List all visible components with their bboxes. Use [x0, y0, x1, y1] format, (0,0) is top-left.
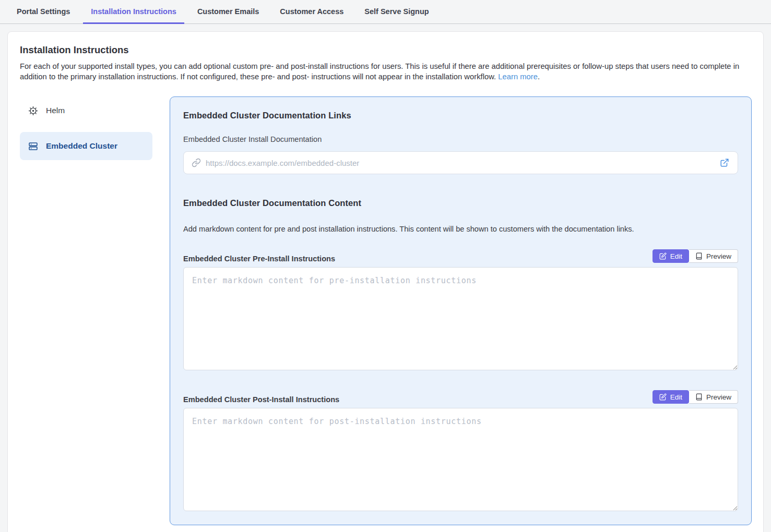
content-row: Helm Embedded Cluster Embedded Cluster D…: [20, 96, 752, 525]
pre-install-label-row: Embedded Cluster Pre-Install Instruction…: [183, 249, 738, 263]
edit-pencil-icon: [659, 252, 667, 260]
learn-more-period: .: [538, 72, 540, 81]
doc-content-heading: Embedded Cluster Documentation Content: [183, 198, 738, 208]
post-install-edit-button[interactable]: Edit: [653, 390, 689, 404]
page-title: Installation Instructions: [20, 44, 752, 56]
helm-icon: [27, 105, 39, 116]
post-install-preview-button[interactable]: Preview: [689, 390, 738, 404]
post-install-markdown-textarea[interactable]: [183, 408, 738, 511]
sidebar-item-label: Helm: [46, 106, 65, 115]
doc-links-heading: Embedded Cluster Documentation Links: [183, 111, 738, 120]
preview-button-label: Preview: [706, 252, 731, 260]
edit-button-label: Edit: [670, 393, 682, 401]
edit-pencil-icon: [659, 393, 667, 401]
tab-customer-emails[interactable]: Customer Emails: [189, 0, 267, 24]
post-install-label: Embedded Cluster Post-Install Instructio…: [183, 395, 339, 404]
install-doc-url-input[interactable]: [206, 159, 719, 167]
tab-installation-instructions[interactable]: Installation Instructions: [83, 0, 184, 24]
install-doc-input-wrap: [183, 151, 738, 174]
tab-portal-settings[interactable]: Portal Settings: [9, 0, 78, 24]
install-type-nav: Helm Embedded Cluster: [20, 96, 152, 525]
server-stack-icon: [27, 140, 39, 152]
learn-more-link[interactable]: Learn more: [498, 72, 538, 81]
page-description: For each of your supported install types…: [20, 61, 752, 82]
edit-button-label: Edit: [670, 252, 682, 260]
tab-customer-access[interactable]: Customer Access: [272, 0, 351, 24]
link-icon: [192, 158, 201, 167]
sidebar-item-embedded-cluster[interactable]: Embedded Cluster: [20, 132, 152, 160]
sidebar-item-label: Embedded Cluster: [46, 141, 117, 151]
book-icon: [695, 252, 703, 260]
pre-install-label: Embedded Cluster Pre-Install Instruction…: [183, 255, 335, 263]
doc-content-description: Add markdown content for pre and post in…: [183, 225, 738, 233]
tab-self-serve-signup[interactable]: Self Serve Signup: [357, 0, 436, 24]
page-description-text: For each of your supported install types…: [20, 62, 739, 81]
top-tab-bar: Portal Settings Installation Instruction…: [0, 0, 771, 24]
pre-install-markdown-textarea[interactable]: [183, 267, 738, 370]
book-icon: [695, 393, 703, 401]
preview-button-label: Preview: [706, 393, 731, 401]
sidebar-item-helm[interactable]: Helm: [20, 96, 152, 125]
pre-install-mode-toggle: Edit Preview: [653, 249, 738, 263]
installation-instructions-card: Installation Instructions For each of yo…: [7, 31, 764, 532]
embedded-cluster-panel: Embedded Cluster Documentation Links Emb…: [170, 96, 752, 525]
post-install-label-row: Embedded Cluster Post-Install Instructio…: [183, 390, 738, 404]
install-doc-label: Embedded Cluster Install Documentation: [183, 135, 738, 143]
external-link-icon[interactable]: [719, 157, 730, 168]
pre-install-edit-button[interactable]: Edit: [653, 249, 689, 263]
post-install-mode-toggle: Edit Preview: [653, 390, 738, 404]
pre-install-preview-button[interactable]: Preview: [689, 249, 738, 263]
